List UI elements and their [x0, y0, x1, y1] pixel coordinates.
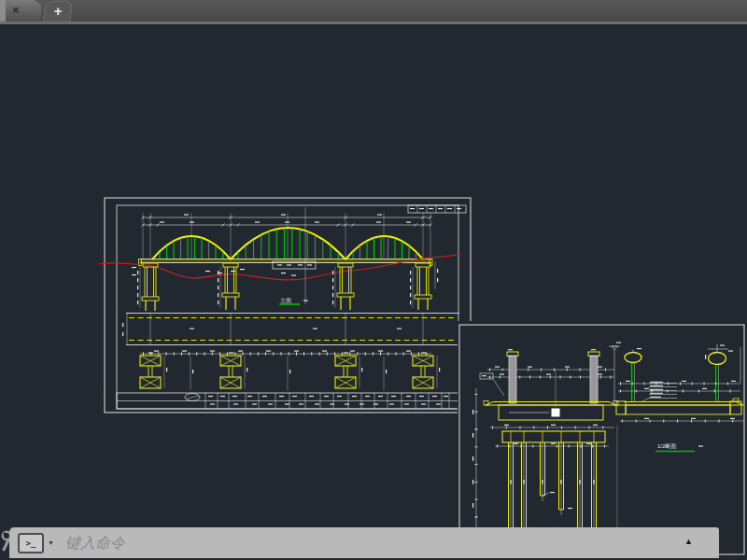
new-tab-button[interactable]: +	[42, 1, 73, 22]
plan-view	[122, 313, 459, 345]
file-tab-bar: × +	[0, 0, 747, 21]
chainage-line	[140, 351, 431, 355]
sheet-background	[458, 321, 747, 556]
command-history-expand-icon[interactable]: ▲	[684, 537, 693, 546]
command-line-bar[interactable]: >_ ▼ ▲	[9, 527, 719, 558]
arch-hangers	[160, 229, 416, 259]
bridge-cross-section-sheet: 1/2断面	[458, 321, 747, 556]
svg-text:立面: 立面	[280, 297, 291, 304]
svg-text:1/2断面: 1/2断面	[657, 442, 676, 450]
tab-edge	[0, 0, 6, 21]
title-block	[117, 393, 458, 409]
bridge-general-arrangement-sheet: 立面	[98, 192, 473, 416]
drawing-tab[interactable]: ×	[0, 0, 41, 21]
command-prompt-button[interactable]: >_	[18, 533, 44, 553]
tab-close-icon[interactable]: ×	[12, 3, 20, 17]
command-options-dropdown-icon[interactable]: ▼	[48, 539, 54, 546]
cad-window: × +	[0, 0, 747, 560]
elevation-view-label: 立面	[279, 297, 308, 304]
plus-icon: +	[45, 2, 71, 21]
command-input[interactable]	[63, 534, 719, 553]
prompt-icon: >_	[26, 539, 36, 548]
pier-plan-footings	[140, 353, 440, 391]
drawing-canvas[interactable]: 立面	[0, 24, 747, 560]
